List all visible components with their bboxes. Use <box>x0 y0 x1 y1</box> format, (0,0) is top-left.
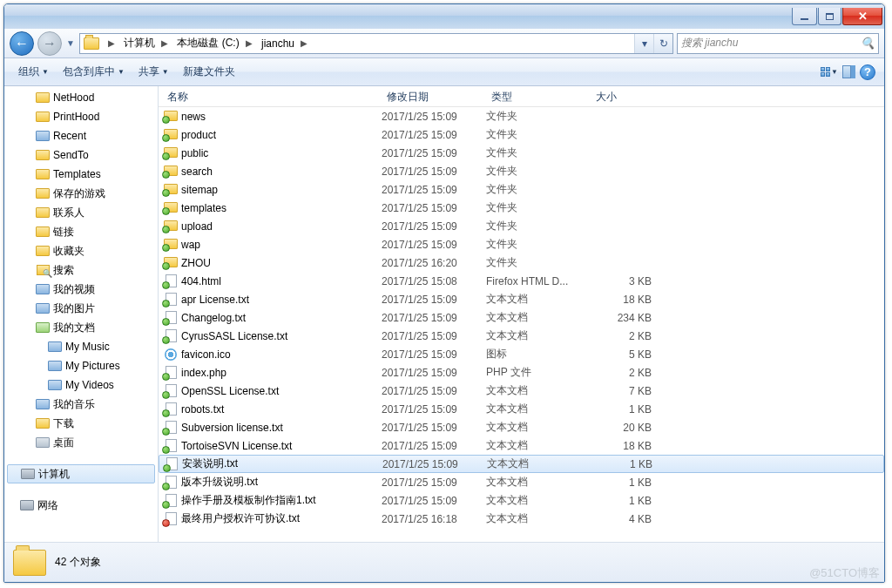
computer-icon <box>21 469 35 479</box>
file-name: sitemap <box>179 184 382 196</box>
preview-pane-button[interactable] <box>839 63 858 82</box>
column-type[interactable]: 类型 <box>486 86 591 106</box>
sidebar-item-label: My Pictures <box>65 360 120 372</box>
table-row[interactable]: index.php2017/1/25 15:09PHP 文件2 KB <box>159 363 884 382</box>
sidebar-item[interactable]: 收藏夹 <box>4 241 158 260</box>
titlebar[interactable]: ✕ <box>4 4 884 29</box>
table-row[interactable]: ZHOU2017/1/25 16:20文件夹 <box>159 253 884 272</box>
table-row[interactable]: templates2017/1/25 15:09文件夹 <box>159 199 884 217</box>
table-row[interactable]: OpenSSL License.txt2017/1/25 15:09文本文档7 … <box>159 382 884 400</box>
folder-icon <box>164 257 178 268</box>
file-size: 7 KB <box>591 385 657 397</box>
table-row[interactable]: 操作手册及模板制作指南1.txt2017/1/25 15:09文本文档1 KB <box>159 491 884 510</box>
view-mode-button[interactable]: ▼ <box>820 63 839 82</box>
refresh-button[interactable]: ↻ <box>653 34 672 53</box>
sidebar-item[interactable]: NetHood <box>4 88 158 107</box>
sidebar-item[interactable]: 保存的游戏 <box>4 184 158 203</box>
address-dropdown[interactable]: ▾ <box>634 34 653 53</box>
file-type: 文件夹 <box>486 145 591 160</box>
sidebar-item[interactable]: 我的图片 <box>4 299 158 318</box>
sidebar-network[interactable]: 网络 <box>4 496 158 515</box>
sidebar-item-label: Recent <box>53 130 86 142</box>
table-row[interactable]: 404.html2017/1/25 15:08Firefox HTML D...… <box>159 272 884 290</box>
file-date: 2017/1/25 16:20 <box>382 257 486 269</box>
file-type: 文本文档 <box>486 328 591 343</box>
sidebar-item[interactable]: Templates <box>4 165 158 184</box>
sidebar-item[interactable]: My Pictures <box>4 356 158 375</box>
close-icon: ✕ <box>858 10 868 23</box>
help-button[interactable]: ? <box>858 63 877 82</box>
sidebar-item[interactable]: 桌面 <box>4 433 158 452</box>
sidebar-item-label: 我的图片 <box>53 301 95 316</box>
minimize-icon <box>801 18 808 20</box>
sidebar-item-label: Templates <box>53 168 101 180</box>
sidebar-item[interactable]: 下载 <box>4 414 158 433</box>
table-row[interactable]: CyrusSASL License.txt2017/1/25 15:09文本文档… <box>159 327 884 345</box>
sidebar-item[interactable]: 我的视频 <box>4 280 158 299</box>
sidebar-computer[interactable]: 计算机 <box>7 464 155 483</box>
sidebar-item-label: My Music <box>65 341 110 353</box>
table-row[interactable]: public2017/1/25 15:09文件夹 <box>159 144 884 162</box>
table-row[interactable]: upload2017/1/25 15:09文件夹 <box>159 217 884 235</box>
sidebar-item[interactable]: 联系人 <box>4 203 158 222</box>
breadcrumb-root[interactable]: ▶ <box>103 34 120 53</box>
fld-b-icon <box>36 129 50 143</box>
sidebar-item[interactable]: 我的文档 <box>4 318 158 337</box>
table-row[interactable]: robots.txt2017/1/25 15:09文本文档1 KB <box>159 400 884 418</box>
sidebar-item[interactable]: My Music <box>4 337 158 356</box>
include-in-library-menu[interactable]: 包含到库中 ▼ <box>56 61 132 83</box>
file-date: 2017/1/25 15:09 <box>382 495 486 507</box>
table-row[interactable]: apr License.txt2017/1/25 15:09文本文档18 KB <box>159 290 884 308</box>
table-row[interactable]: 安装说明.txt2017/1/25 15:09文本文档1 KB <box>159 455 884 473</box>
table-row[interactable]: Subversion license.txt2017/1/25 15:09文本文… <box>159 418 884 436</box>
file-date: 2017/1/25 15:09 <box>382 294 486 306</box>
column-size[interactable]: 大小 <box>591 86 660 106</box>
file-date: 2017/1/25 15:09 <box>382 385 486 397</box>
sidebar-item[interactable]: PrintHood <box>4 107 158 126</box>
file-date: 2017/1/25 15:09 <box>382 166 486 178</box>
file-type: 文件夹 <box>486 255 591 270</box>
sidebar-item[interactable]: Recent <box>4 126 158 145</box>
table-row[interactable]: search2017/1/25 15:09文件夹 <box>159 162 884 180</box>
file-name: ZHOU <box>179 257 382 269</box>
table-row[interactable]: sitemap2017/1/25 15:09文件夹 <box>159 180 884 199</box>
column-date[interactable]: 修改日期 <box>382 86 486 106</box>
back-button[interactable]: ← <box>10 31 34 56</box>
table-row[interactable]: wap2017/1/25 15:09文件夹 <box>159 235 884 253</box>
sidebar-item[interactable]: My Videos <box>4 375 158 395</box>
table-row[interactable]: favicon.ico2017/1/25 15:09图标5 KB <box>159 345 884 363</box>
breadcrumb-item[interactable]: jianchu ▶ <box>258 34 313 53</box>
organize-menu[interactable]: 组织 ▼ <box>11 61 56 83</box>
file-date: 2017/1/25 15:09 <box>382 476 486 489</box>
file-type: 文本文档 <box>486 402 591 416</box>
file-type: 文件夹 <box>486 182 591 197</box>
tiles-icon <box>821 67 830 77</box>
fld-b-icon <box>36 301 50 315</box>
sidebar-item[interactable]: SendTo <box>4 145 158 165</box>
table-row[interactable]: 最终用户授权许可协议.txt2017/1/25 16:18文本文档4 KB <box>159 510 884 528</box>
minimize-button[interactable] <box>792 8 817 25</box>
file-list[interactable]: news2017/1/25 15:09文件夹product2017/1/25 1… <box>159 107 884 542</box>
file-date: 2017/1/25 15:09 <box>382 239 486 251</box>
breadcrumb-item[interactable]: 本地磁盘 (C:) ▶ <box>173 34 258 53</box>
search-input[interactable]: 搜索 jianchu 🔍 <box>677 33 879 54</box>
new-folder-button[interactable]: 新建文件夹 <box>176 61 242 83</box>
column-name[interactable]: 名称 <box>159 86 382 106</box>
table-row[interactable]: product2017/1/25 15:09文件夹 <box>159 125 884 144</box>
fld-y-icon <box>36 110 50 124</box>
sidebar-item[interactable]: 我的音乐 <box>4 395 158 414</box>
address-bar[interactable]: ▶计算机 ▶本地磁盘 (C:) ▶jianchu ▶ ▾ ↻ <box>79 33 673 54</box>
share-menu[interactable]: 共享 ▼ <box>132 61 176 83</box>
breadcrumb-item[interactable]: 计算机 ▶ <box>120 34 173 53</box>
navigation-tree[interactable]: NetHoodPrintHoodRecentSendToTemplates保存的… <box>4 86 159 542</box>
forward-button[interactable]: → <box>37 31 62 56</box>
table-row[interactable]: news2017/1/25 15:09文件夹 <box>159 107 884 125</box>
table-row[interactable]: TortoiseSVN License.txt2017/1/25 15:09文本… <box>159 436 884 455</box>
maximize-button[interactable] <box>818 8 841 25</box>
sidebar-item[interactable]: 链接 <box>4 222 158 241</box>
table-row[interactable]: Changelog.txt2017/1/25 15:09文本文档234 KB <box>159 308 884 327</box>
history-dropdown[interactable]: ▼ <box>65 38 76 48</box>
sidebar-item[interactable]: 搜索 <box>4 260 158 280</box>
table-row[interactable]: 版本升级说明.txt2017/1/25 15:09文本文档1 KB <box>159 473 884 491</box>
close-button[interactable]: ✕ <box>842 8 882 25</box>
